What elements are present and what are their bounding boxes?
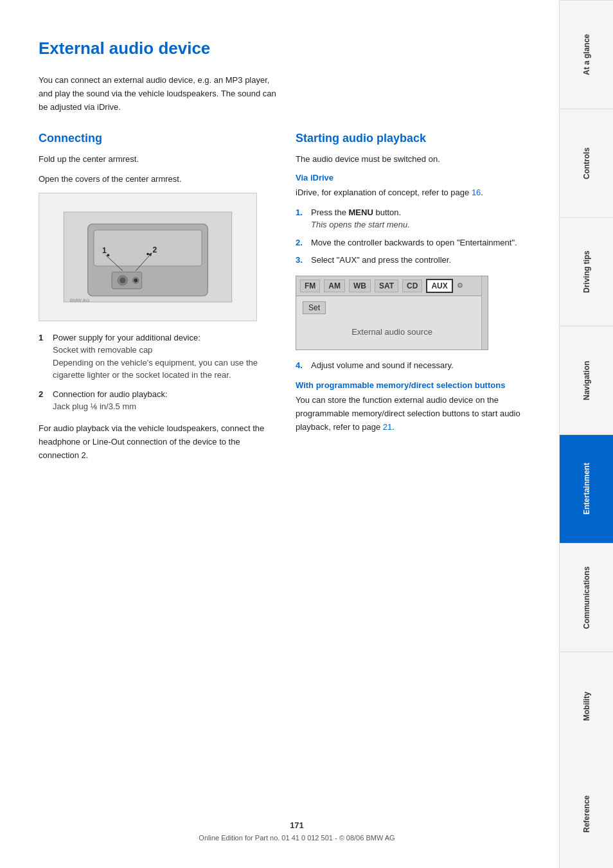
item2-sub: Jack plug ⅛ in/3.5 mm bbox=[53, 400, 270, 413]
item2-num: 2 bbox=[39, 388, 48, 413]
step3-text: Select "AUX" and press the controller. bbox=[311, 254, 546, 267]
svg-point-13 bbox=[147, 252, 149, 255]
prog-text: You can store the function external audi… bbox=[296, 394, 546, 434]
connecting-step2: Open the covers of the center armrest. bbox=[39, 173, 270, 186]
tab-sat[interactable]: SAT bbox=[375, 279, 398, 292]
scrollbar[interactable] bbox=[481, 276, 488, 350]
svg-text:1: 1 bbox=[102, 246, 107, 255]
audio-note: For audio playback via the vehicle louds… bbox=[39, 422, 270, 462]
tab-cd[interactable]: CD bbox=[402, 279, 422, 292]
car-diagram-svg: 2 1 BMW AG bbox=[58, 202, 238, 312]
sidebar-tab-controls[interactable]: Controls bbox=[560, 109, 613, 217]
tab-fm[interactable]: FM bbox=[300, 279, 320, 292]
tab-am[interactable]: AM bbox=[324, 279, 345, 292]
right-column: Starting audio playback The audio device… bbox=[296, 132, 546, 467]
step3-num: 3. bbox=[296, 254, 306, 267]
page-title: External audio device bbox=[39, 39, 546, 58]
step-4: 4. Adjust volume and sound if necessary. bbox=[296, 359, 546, 372]
svg-text:2: 2 bbox=[152, 245, 157, 254]
sidebar-tab-at-a-glance[interactable]: At a glance bbox=[560, 0, 613, 109]
step-2: 2. Move the controller backwards to open… bbox=[296, 236, 546, 249]
step4-num: 4. bbox=[296, 359, 306, 372]
item2-text: Connection for audio playback: Jack plug… bbox=[53, 388, 270, 413]
right-sidebar: At a glance Controls Driving tips Naviga… bbox=[559, 0, 613, 868]
content-wrapper: External audio device You can connect an… bbox=[0, 0, 559, 868]
item1-sub2: Depending on the vehicle's equipment, yo… bbox=[53, 357, 270, 382]
item-2: 2 Connection for audio playback: Jack pl… bbox=[39, 388, 270, 413]
car-image-inner: 2 1 BMW AG bbox=[39, 193, 256, 321]
menu-label: MENU bbox=[349, 208, 373, 217]
svg-point-7 bbox=[134, 279, 138, 283]
intro-text: You can connect an external audio device… bbox=[39, 74, 283, 114]
step2-num: 2. bbox=[296, 236, 306, 249]
audio-ui-tabs: FM AM WB SAT CD AUX ⚙ bbox=[296, 276, 488, 296]
sidebar-tab-navigation[interactable]: Navigation bbox=[560, 326, 613, 434]
prog-title: With programmable memory/direct selectio… bbox=[296, 380, 546, 390]
sidebar-tab-driving-tips[interactable]: Driving tips bbox=[560, 217, 613, 326]
car-image-box: 2 1 BMW AG bbox=[39, 193, 257, 321]
step2-text: Move the controller backwards to open "E… bbox=[311, 236, 546, 249]
playback-intro: The audio device must be switched on. bbox=[296, 153, 546, 166]
step1-sub: This opens the start menu. bbox=[311, 218, 546, 231]
via-idrive-title: Via iDrive bbox=[296, 173, 546, 182]
sidebar-tab-mobility[interactable]: Mobility bbox=[560, 651, 613, 760]
item1-sub: Socket with removable cap bbox=[53, 344, 270, 357]
connecting-title: Connecting bbox=[39, 132, 270, 145]
set-button[interactable]: Set bbox=[303, 301, 326, 314]
footer-text: Online Edition for Part no. 01 41 0 012 … bbox=[199, 834, 395, 842]
svg-rect-2 bbox=[94, 230, 202, 266]
settings-icon: ⚙ bbox=[457, 281, 463, 290]
item1-num: 1 bbox=[39, 332, 48, 382]
via-idrive-intro: iDrive, for explanation of concept, refe… bbox=[296, 186, 546, 200]
step1-text: Press the MENU button. This opens the st… bbox=[311, 206, 546, 231]
connecting-step1: Fold up the center armrest. bbox=[39, 153, 270, 166]
step1-num: 1. bbox=[296, 206, 306, 231]
audio-ui-screenshot: FM AM WB SAT CD AUX ⚙ Set External audio… bbox=[296, 276, 488, 350]
ext-source-label: External audio source bbox=[303, 319, 481, 344]
starting-playback-title: Starting audio playback bbox=[296, 132, 546, 145]
item1-text: Power supply for your additional device:… bbox=[53, 332, 270, 382]
page-21-link[interactable]: 21 bbox=[383, 422, 392, 432]
sidebar-tab-entertainment[interactable]: Entertainment bbox=[560, 434, 613, 543]
svg-text:BMW AG: BMW AG bbox=[70, 297, 90, 303]
svg-point-12 bbox=[107, 254, 110, 256]
page-16-link[interactable]: 16 bbox=[472, 188, 481, 197]
steps-list: 1. Press the MENU button. This opens the… bbox=[296, 206, 546, 267]
footer: 171 Online Edition for Part no. 01 41 0 … bbox=[39, 820, 555, 842]
svg-point-5 bbox=[120, 278, 125, 283]
item-list: 1 Power supply for your additional devic… bbox=[39, 332, 270, 413]
two-column-layout: Connecting Fold up the center armrest. O… bbox=[39, 132, 546, 467]
left-column: Connecting Fold up the center armrest. O… bbox=[39, 132, 270, 467]
sidebar-tab-communications[interactable]: Communications bbox=[560, 543, 613, 651]
sidebar-tab-reference[interactable]: Reference bbox=[560, 760, 613, 868]
step-1: 1. Press the MENU button. This opens the… bbox=[296, 206, 546, 231]
step-3: 3. Select "AUX" and press the controller… bbox=[296, 254, 546, 267]
step4-text: Adjust volume and sound if necessary. bbox=[311, 359, 546, 372]
audio-ui-body: Set External audio source bbox=[296, 296, 488, 350]
tab-wb[interactable]: WB bbox=[349, 279, 371, 292]
steps-list-2: 4. Adjust volume and sound if necessary. bbox=[296, 359, 546, 372]
tab-aux[interactable]: AUX bbox=[426, 279, 452, 293]
item-1: 1 Power supply for your additional devic… bbox=[39, 332, 270, 382]
page-number: 171 bbox=[39, 820, 555, 830]
page-wrapper: External audio device You can connect an… bbox=[0, 0, 613, 868]
